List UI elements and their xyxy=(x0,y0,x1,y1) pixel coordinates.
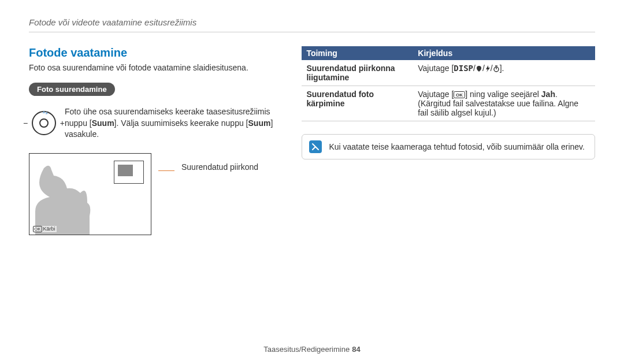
zoom-dial-icon: − + xyxy=(29,108,59,138)
page-footer: Taasesitus/Redigeerimine84 xyxy=(0,345,624,354)
svg-point-1 xyxy=(40,119,48,127)
macro-icon: / xyxy=(473,64,482,73)
note-box: Kui vaatate teise kaameraga tehtud fotos… xyxy=(302,134,595,159)
table-head-action: Toiming xyxy=(302,46,413,60)
note-icon xyxy=(309,140,322,153)
section-pill: Foto suurendamine xyxy=(29,83,115,96)
actions-table: Toiming Kirjeldus Suurendatud piirkonna … xyxy=(302,46,595,121)
table-row: Suurendatud piirkonna liigutamine Vajuta… xyxy=(302,60,595,86)
silhouette-icon xyxy=(29,165,119,235)
photo-illustration-row: OK Kärbi Suurendatud piirkond xyxy=(29,153,278,235)
photo-frame: OK Kärbi xyxy=(29,153,151,235)
table-cell-desc: Vajutage [OK] ning valige seejärel Jah. … xyxy=(413,86,595,121)
right-column: Toiming Kirjeldus Suurendatud piirkonna … xyxy=(302,46,595,235)
zoom-region-box xyxy=(114,161,144,184)
table-row: Suurendatud foto kärpimine Vajutage [OK]… xyxy=(302,86,595,121)
svg-point-0 xyxy=(32,112,55,135)
ok-key-icon: OK xyxy=(33,226,42,232)
table-cell-action: Suurendatud piirkonna liigutamine xyxy=(302,60,413,86)
svg-text:OK: OK xyxy=(456,92,463,98)
pointer-line xyxy=(158,170,174,171)
note-text: Kui vaatate teise kaameraga tehtud fotos… xyxy=(329,142,585,151)
intro-text: Foto osa suurendamine või fotode vaatami… xyxy=(29,63,278,72)
flash-icon: / xyxy=(482,64,491,73)
pointer-label: Suurendatud piirkond xyxy=(181,162,258,172)
breadcrumb: Fotode või videote vaatamine esitusrežii… xyxy=(29,17,595,32)
table-head-desc: Kirjeldus xyxy=(413,46,595,60)
table-cell-desc: Vajutage [DISP///]. xyxy=(413,60,595,86)
timer-icon: / xyxy=(491,64,500,73)
left-column: Fotode vaatamine Foto osa suurendamine v… xyxy=(29,46,278,235)
table-cell-action: Suurendatud foto kärpimine xyxy=(302,86,413,121)
zoom-instruction-text: Foto ühe osa suurendamiseks keerake taas… xyxy=(65,106,278,140)
page-title: Fotode vaatamine xyxy=(29,46,278,60)
ok-key-icon: OK xyxy=(454,90,465,99)
zoom-instruction-row: − + Foto ühe osa suurendamiseks keerake … xyxy=(29,106,278,140)
crop-badge: OK Kärbi xyxy=(32,226,57,232)
